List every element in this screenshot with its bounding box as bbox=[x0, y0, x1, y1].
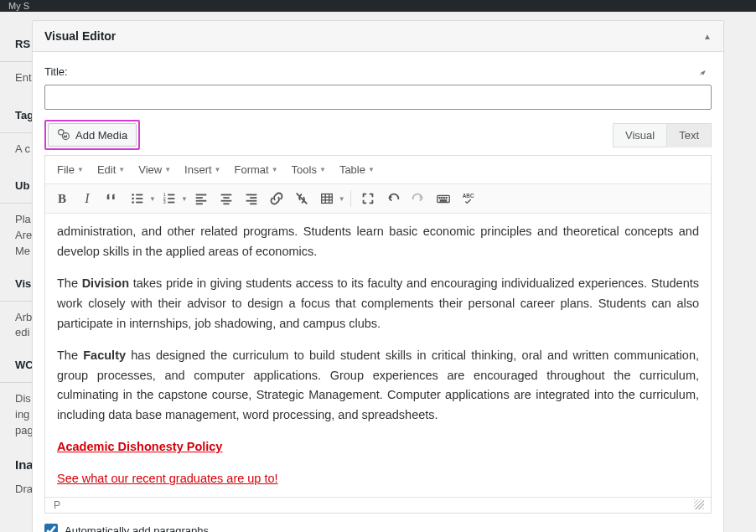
admin-bar: My S bbox=[0, 0, 756, 12]
svg-rect-7 bbox=[136, 202, 142, 204]
svg-rect-23 bbox=[250, 197, 256, 199]
clean-icon[interactable] bbox=[698, 64, 712, 80]
svg-point-33 bbox=[441, 197, 442, 198]
menu-format[interactable]: Format▼ bbox=[230, 160, 283, 179]
blockquote-button[interactable] bbox=[101, 188, 124, 209]
link-button[interactable] bbox=[265, 188, 288, 209]
svg-rect-5 bbox=[136, 198, 142, 199]
tab-text[interactable]: Text bbox=[666, 123, 712, 147]
tab-visual[interactable]: Visual bbox=[613, 123, 667, 147]
svg-rect-20 bbox=[221, 200, 232, 202]
svg-rect-22 bbox=[246, 194, 257, 196]
visual-editor-widget: Visual Editor ▲ Title: Add Media bbox=[32, 20, 724, 532]
svg-rect-26 bbox=[322, 194, 333, 204]
svg-rect-17 bbox=[196, 203, 203, 204]
svg-rect-18 bbox=[221, 194, 232, 196]
add-media-button[interactable]: Add Media bbox=[48, 123, 137, 147]
editor-menubar: File▼ Edit▼ View▼ Insert▼ Format▼ Tools▼… bbox=[45, 156, 711, 184]
resize-handle[interactable] bbox=[694, 499, 704, 509]
svg-rect-16 bbox=[196, 200, 207, 202]
para-1: administration, and other related progra… bbox=[57, 222, 699, 262]
svg-text:ABC: ABC bbox=[463, 193, 474, 199]
keyboard-button[interactable] bbox=[432, 188, 455, 209]
menu-view[interactable]: View▼ bbox=[133, 160, 176, 179]
svg-rect-36 bbox=[440, 200, 446, 201]
menu-edit[interactable]: Edit▼ bbox=[92, 160, 130, 179]
align-left-button[interactable] bbox=[189, 188, 213, 209]
editor: File▼ Edit▼ View▼ Insert▼ Format▼ Tools▼… bbox=[44, 155, 712, 514]
spellcheck-button[interactable]: ABC bbox=[457, 188, 480, 209]
undo-button[interactable] bbox=[381, 188, 405, 209]
table-button[interactable] bbox=[315, 188, 339, 209]
editor-toolbar: B I ▼ 123▼ ▼ ABC bbox=[45, 184, 711, 214]
svg-point-32 bbox=[439, 197, 440, 198]
redo-button[interactable] bbox=[406, 188, 430, 209]
bullet-list-button[interactable] bbox=[126, 188, 149, 209]
title-input[interactable] bbox=[44, 85, 712, 110]
svg-point-2 bbox=[132, 194, 134, 196]
menu-table[interactable]: Table▼ bbox=[334, 160, 380, 179]
svg-rect-9 bbox=[168, 194, 174, 196]
editor-statusbar: P bbox=[45, 497, 711, 513]
svg-rect-3 bbox=[136, 194, 142, 196]
link-academic-dishonesty[interactable]: Academic Dishonesty Policy bbox=[57, 440, 222, 453]
svg-rect-11 bbox=[168, 198, 174, 199]
editor-content[interactable]: administration, and other related progra… bbox=[45, 214, 711, 497]
number-list-button[interactable]: 123 bbox=[158, 188, 181, 209]
add-media-highlight: Add Media bbox=[44, 120, 140, 150]
svg-rect-25 bbox=[250, 203, 256, 204]
fullscreen-button[interactable] bbox=[356, 188, 380, 209]
para-2: The Division takes pride in giving stude… bbox=[57, 274, 699, 334]
link-recent-graduates[interactable]: See what our recent graduates are up to! bbox=[57, 472, 278, 485]
menu-tools[interactable]: Tools▼ bbox=[287, 160, 331, 179]
menu-file[interactable]: File▼ bbox=[52, 160, 89, 179]
media-icon bbox=[57, 128, 70, 142]
auto-paragraph-option[interactable]: Automatically add paragraphs bbox=[44, 524, 712, 532]
para-3: The Faculty has designed the curriculum … bbox=[57, 346, 699, 426]
bold-button[interactable]: B bbox=[50, 188, 74, 209]
svg-point-6 bbox=[132, 201, 134, 204]
collapse-icon[interactable]: ▲ bbox=[703, 32, 712, 41]
panel-title: Visual Editor bbox=[44, 29, 116, 43]
align-center-button[interactable] bbox=[215, 188, 238, 209]
svg-rect-13 bbox=[168, 202, 174, 204]
auto-paragraph-checkbox[interactable] bbox=[44, 524, 58, 532]
svg-rect-15 bbox=[196, 197, 203, 199]
svg-point-4 bbox=[132, 198, 134, 200]
svg-text:3: 3 bbox=[163, 199, 166, 204]
panel-header[interactable]: Visual Editor ▲ bbox=[33, 21, 723, 52]
italic-button[interactable]: I bbox=[75, 188, 99, 209]
align-right-button[interactable] bbox=[240, 188, 263, 209]
title-label: Title: bbox=[44, 65, 68, 78]
svg-point-34 bbox=[443, 197, 444, 198]
svg-rect-14 bbox=[196, 194, 207, 196]
unlink-button[interactable] bbox=[290, 188, 313, 209]
svg-rect-19 bbox=[223, 197, 229, 199]
svg-rect-21 bbox=[223, 203, 229, 204]
svg-rect-24 bbox=[246, 200, 257, 202]
svg-point-35 bbox=[446, 197, 447, 198]
element-path[interactable]: P bbox=[54, 499, 60, 511]
menu-insert[interactable]: Insert▼ bbox=[179, 160, 225, 179]
